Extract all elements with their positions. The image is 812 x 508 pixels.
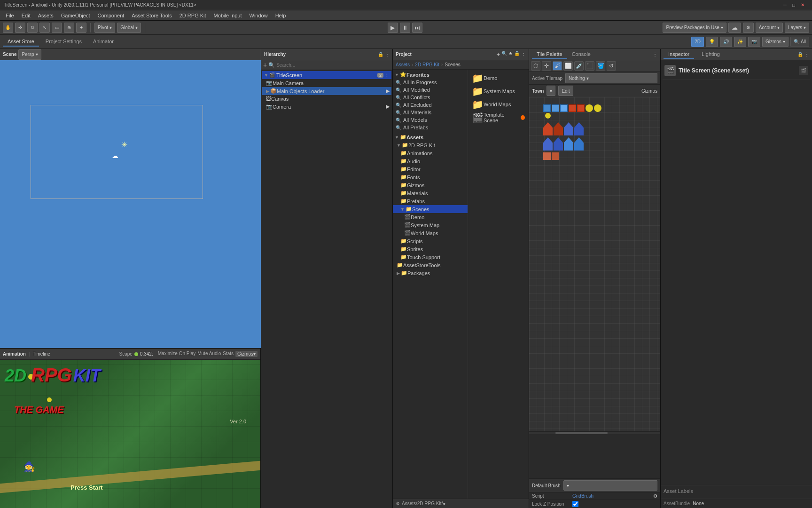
insp-menu-icon[interactable]: ⋮ — [804, 52, 809, 57]
default-brush-dropdown[interactable]: ▾ — [563, 480, 657, 491]
collab-btn[interactable]: ☁ — [728, 23, 741, 33]
tree-prefabs[interactable]: 📁 Prefabs — [393, 197, 468, 205]
proj-system-maps[interactable]: 📁 System Maps — [470, 85, 527, 98]
account-dropdown[interactable]: Account ▾ — [756, 23, 783, 33]
proj-template-scene[interactable]: 🎬 Template Scene — [470, 111, 527, 124]
scale-tool[interactable]: ⤡ — [39, 23, 50, 33]
tree-touch-support[interactable]: 📁 Touch Support — [393, 253, 468, 261]
menu-window[interactable]: Window — [246, 12, 272, 19]
favorites-header[interactable]: ▼ ⭐ Favorites — [393, 71, 468, 79]
proj-lock-icon[interactable]: 🔒 — [514, 51, 520, 58]
menu-assetstoretools[interactable]: Asset Store Tools — [128, 12, 175, 19]
hand-tool[interactable]: ✋ — [3, 23, 13, 33]
hier-camera[interactable]: 📷 Camera ▶ — [262, 103, 391, 111]
tilemap-name-dropdown[interactable]: ▾ — [547, 86, 555, 96]
close-btn[interactable]: ✕ — [801, 2, 804, 8]
tree-2drpgkit[interactable]: ▼ 📁 2D RPG Kit — [393, 141, 468, 149]
menu-assets[interactable]: Assets — [34, 12, 57, 19]
paint-btn[interactable]: 🖌 — [553, 61, 562, 71]
hier-main-objects-loader[interactable]: ▶ 📦 Main Objects Loader ▶ — [262, 87, 391, 95]
step-button[interactable]: ⏭ — [412, 23, 422, 33]
rotate-tool[interactable]: ↻ — [27, 23, 38, 33]
audio-btn[interactable]: 🔊 — [720, 37, 732, 47]
pause-button[interactable]: ⏸ — [400, 23, 410, 33]
proj-add-btn[interactable]: + — [496, 51, 500, 58]
tree-gizmos[interactable]: 📁 Gizmos — [393, 181, 468, 189]
maximize-btn[interactable]: □ — [792, 2, 795, 8]
proj-star-icon[interactable]: ★ — [508, 51, 513, 58]
edit-tilemap-btn[interactable]: Edit — [558, 86, 573, 96]
tile-menu-btn[interactable]: ⋮ — [653, 52, 657, 57]
tree-scenes[interactable]: ▼ 📁 Scenes — [393, 205, 468, 213]
menu-edit[interactable]: Edit — [18, 12, 34, 19]
tree-materials[interactable]: 📁 Materials — [393, 189, 468, 197]
perspective-dropdown[interactable]: Persp▾ — [18, 49, 41, 60]
lock-z-checkbox[interactable] — [572, 501, 578, 507]
global-dropdown[interactable]: Global ▾ — [117, 23, 141, 33]
fav-prefabs[interactable]: 🔍 All Prefabs — [393, 124, 468, 131]
tree-packages[interactable]: ▶ 📁 Packages — [393, 269, 468, 277]
2d-btn[interactable]: 2D — [691, 37, 704, 47]
proj-menu-icon[interactable]: ⋮ — [521, 51, 526, 58]
transform-tool[interactable]: ⊕ — [64, 23, 74, 33]
rect-tool[interactable]: ▭ — [52, 23, 62, 33]
fx-btn[interactable]: ✨ — [734, 37, 746, 47]
hier-titlescreen[interactable]: ▼ 🎬 TitleScreen 2 ⋮ — [262, 71, 391, 79]
fav-in-progress[interactable]: 🔍 All In Progress — [393, 79, 468, 86]
proj-demo[interactable]: 📁 Demo — [470, 71, 527, 85]
menu-mobileinput[interactable]: Mobile Input — [210, 12, 246, 19]
hier-menu-icon[interactable]: ⋮ — [385, 52, 390, 57]
paint-select-btn[interactable]: ⬡ — [531, 61, 540, 71]
tree-editor[interactable]: 📁 Editor — [393, 165, 468, 173]
tab-asset-store[interactable]: Asset Store — [3, 37, 39, 47]
erase-btn[interactable]: ⬛ — [585, 61, 594, 71]
tile-gizmos-btn[interactable]: Gizmos — [641, 88, 657, 94]
tab-project-settings[interactable]: Project Settings — [41, 37, 86, 47]
tree-assetstoretools[interactable]: 📁 AssetStoreTools — [393, 261, 468, 269]
timeline-label[interactable]: Timeline — [33, 351, 50, 357]
mute-label[interactable]: Mute Audio — [197, 351, 221, 357]
tree-sprites[interactable]: 📁 Sprites — [393, 245, 468, 253]
tree-system-map[interactable]: 🎬 System Map — [393, 221, 468, 229]
box-fill-btn[interactable]: ⬜ — [563, 61, 573, 71]
fav-models[interactable]: 🔍 All Models — [393, 116, 468, 124]
tab-inspector[interactable]: Inspector — [664, 50, 694, 59]
menu-help[interactable]: Help — [272, 12, 290, 19]
fav-excluded[interactable]: 🔍 All Excluded — [393, 101, 468, 109]
menu-gameobject[interactable]: GameObject — [57, 12, 94, 19]
bread-assets[interactable]: Assets — [396, 62, 410, 67]
scene-cam-btn[interactable]: 📷 — [748, 37, 760, 47]
menu-2drpgkit[interactable]: 2D RPG Kit — [176, 12, 210, 19]
preview-packages-dropdown[interactable]: Preview Packages in Use ▾ — [663, 23, 726, 33]
fill-btn[interactable]: 🪣 — [596, 61, 605, 71]
hier-add-btn[interactable]: + — [263, 61, 267, 69]
hier-main-camera[interactable]: 📷 Main Camera — [262, 79, 391, 87]
stats-label[interactable]: Stats — [223, 351, 234, 357]
rotate-btn[interactable]: ↺ — [607, 61, 616, 71]
tile-palette-area[interactable] — [529, 97, 660, 431]
light-btn[interactable]: 💡 — [706, 37, 718, 47]
active-tilemap-dropdown[interactable]: Nothing ▾ — [565, 73, 657, 83]
play-button[interactable]: ▶ — [388, 23, 398, 33]
tile-scrollbar[interactable] — [529, 431, 660, 434]
proj-world-maps[interactable]: 📁 World Maps — [470, 98, 527, 111]
insp-lock-icon[interactable]: 🔒 — [797, 52, 803, 57]
anim-gizmos-dropdown[interactable]: Gizmos▾ — [235, 351, 258, 357]
move-tool[interactable]: ✛ — [15, 23, 25, 33]
bread-2drpgkit[interactable]: 2D RPG Kit — [415, 62, 439, 67]
tree-demo[interactable]: 🎬 Demo — [393, 213, 468, 221]
tree-animations[interactable]: 📁 Animations — [393, 149, 468, 157]
script-settings-icon[interactable]: ⚙ — [653, 493, 657, 499]
tab-tile-palette[interactable]: Tile Palette — [532, 50, 567, 59]
menu-component[interactable]: Component — [94, 12, 128, 19]
layers-dropdown[interactable]: Layers ▾ — [785, 23, 809, 33]
fav-materials[interactable]: 🔍 All Materials — [393, 109, 468, 116]
picker-btn[interactable]: 💉 — [574, 61, 584, 71]
hier-search-input[interactable] — [276, 63, 390, 68]
tab-lighting[interactable]: Lighting — [697, 50, 725, 59]
move-btn[interactable]: ✛ — [542, 61, 551, 71]
tree-fonts[interactable]: 📁 Fonts — [393, 173, 468, 181]
hier-lock-icon[interactable]: 🔒 — [378, 52, 383, 57]
menu-file[interactable]: File — [2, 12, 18, 19]
minimize-btn[interactable]: ─ — [783, 2, 787, 8]
